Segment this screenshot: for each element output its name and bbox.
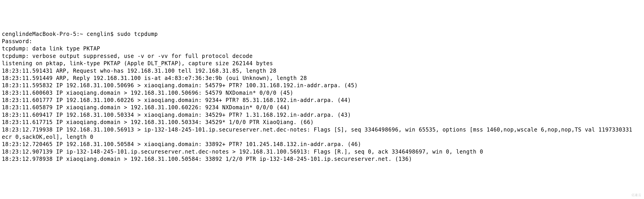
terminal-line: 18:23:11.605879 IP xiaoqiang.domain > 19… xyxy=(2,104,642,111)
terminal-line: tcpdump: verbose output suppressed, use … xyxy=(2,53,642,60)
watermark-text: 亿速云 xyxy=(632,193,642,197)
terminal-line: 18:23:11.600603 IP xiaoqiang.domain > 19… xyxy=(2,89,642,97)
terminal-line: 18:23:11.617715 IP xiaoqiang.domain > 19… xyxy=(2,119,642,126)
terminal-line: 18:23:11.609417 IP 192.168.31.100.50334 … xyxy=(2,111,642,119)
terminal-line: 18:23:11.595832 IP 192.168.31.100.50696 … xyxy=(2,82,642,89)
terminal-line: 18:23:12.719938 IP 192.168.31.100.56913 … xyxy=(2,126,642,141)
terminal-output[interactable]: cenglindeMacBook-Pro-5:~ cenglin$ sudo t… xyxy=(2,31,642,163)
terminal-line: 18:23:11.591449 ARP, Reply 192.168.31.10… xyxy=(2,75,642,82)
terminal-line: 18:23:11.601777 IP 192.168.31.100.60226 … xyxy=(2,97,642,104)
terminal-line: listening on pktap, link-type PKTAP (App… xyxy=(2,60,642,67)
terminal-line: 18:23:12.720465 IP 192.168.31.100.50584 … xyxy=(2,141,642,148)
terminal-line: 18:23:11.591431 ARP, Request who-has 192… xyxy=(2,67,642,75)
terminal-line: cenglindeMacBook-Pro-5:~ cenglin$ sudo t… xyxy=(2,31,642,38)
terminal-line: 18:23:12.907139 IP ip-132-148-245-101.ip… xyxy=(2,148,642,155)
terminal-line: Password: xyxy=(2,38,642,45)
terminal-line: tcpdump: data link type PKTAP xyxy=(2,45,642,52)
terminal-line: 18:23:12.978938 IP xiaoqiang.domain > 19… xyxy=(2,155,642,163)
